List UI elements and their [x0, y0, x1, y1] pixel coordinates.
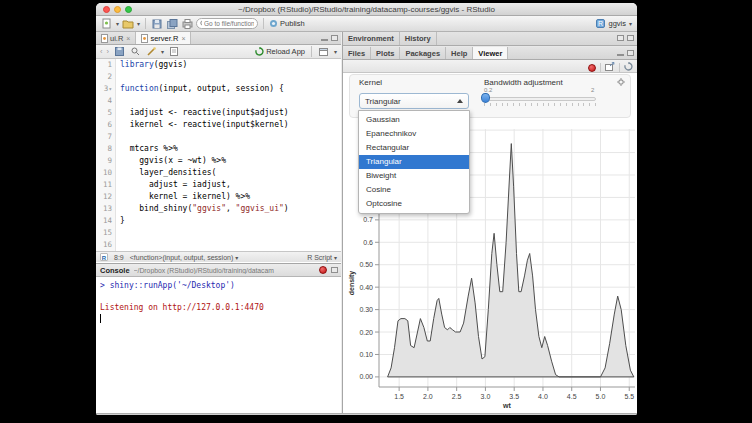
new-file-button[interactable] [101, 18, 113, 30]
find-icon[interactable] [129, 46, 141, 58]
source-console-column: ui.R×server.R× ‹ › ▾ [96, 32, 341, 413]
tab-history[interactable]: History [400, 32, 437, 45]
line-number: 14 [96, 215, 116, 227]
y-tick-label: 0.00 [359, 373, 373, 380]
tab-plots[interactable]: Plots [371, 47, 400, 59]
code-line: 8 mtcars %>% [96, 143, 341, 155]
code-text: adjust = iadjust, [116, 179, 231, 191]
viewer-pane: FilesPlotsPackagesHelpViewer [343, 47, 637, 413]
svg-text:R: R [598, 20, 603, 27]
code-tools-wand-icon[interactable] [145, 46, 157, 58]
source-menu-icon[interactable] [318, 46, 330, 58]
code-editor[interactable]: 1library(ggvis)23▾function(input, output… [96, 59, 341, 251]
refresh-icon[interactable] [624, 62, 633, 73]
line-number: 16 [96, 239, 116, 251]
code-text: } [116, 215, 125, 227]
kernel-option-cosine[interactable]: Cosine [359, 183, 469, 197]
code-line: 5 iadjust <- reactive(input$adjust) [96, 107, 341, 119]
console-working-directory: ~/Dropbox (RStudio)/RStudio/training/dat… [134, 267, 274, 274]
open-file-caret-icon[interactable]: ▾ [137, 21, 140, 27]
bandwidth-slider-track[interactable] [484, 97, 596, 101]
save-all-button[interactable] [166, 18, 178, 30]
kernel-select[interactable]: Triangular [359, 93, 469, 109]
goto-file-input[interactable] [204, 20, 254, 27]
publish-button[interactable]: Publish [269, 19, 305, 28]
slider-ticks [484, 103, 596, 107]
file-icon [101, 34, 108, 43]
code-text: library(ggvis) [116, 59, 187, 71]
stop-app-icon[interactable] [588, 64, 596, 72]
compile-report-icon[interactable] [168, 46, 180, 58]
back-icon[interactable]: ‹ [100, 47, 103, 56]
tab-packages[interactable]: Packages [400, 47, 446, 59]
line-number: 12 [96, 191, 116, 203]
x-tick-label: 5.0 [596, 393, 606, 400]
reload-app-button[interactable]: Reload App [255, 47, 305, 56]
code-text: mtcars %>% [116, 143, 178, 155]
line-number: 1 [96, 59, 116, 71]
source-toolbar: ‹ › ▾ Reload App [96, 45, 341, 59]
kernel-option-triangular[interactable]: Triangular [359, 155, 469, 169]
tab-server.R[interactable]: server.R× [136, 32, 191, 44]
code-text: iadjust <- reactive(input$adjust) [116, 107, 289, 119]
maximize-pane-icon[interactable] [331, 35, 338, 41]
kernel-option-gaussian[interactable]: Gaussian [359, 113, 469, 127]
source-menu-caret-icon[interactable]: ▾ [334, 49, 337, 55]
rstudio-window: ~/Dropbox (RStudio)/RStudio/training/dat… [96, 3, 637, 415]
kernel-option-biweight[interactable]: Biweight [359, 169, 469, 183]
maximize-env-pane-icon[interactable] [627, 35, 634, 41]
project-menu-button[interactable]: R ggvis ▾ [596, 19, 632, 28]
tab-ui.R[interactable]: ui.R× [96, 32, 136, 44]
scope-selector[interactable]: <function>(input, output, session) ▾ [130, 254, 238, 261]
kernel-label: Kernel [359, 78, 382, 87]
project-label: ggvis [608, 19, 626, 28]
tab-environment[interactable]: Environment [343, 32, 400, 45]
console-output[interactable]: > shiny::runApp('~/Desktop') Listening o… [96, 277, 341, 326]
maximize-console-icon[interactable] [331, 267, 338, 273]
open-file-button[interactable] [122, 18, 134, 30]
environment-history-tab-bar: EnvironmentHistory [343, 32, 637, 46]
close-tab-icon[interactable]: × [181, 35, 185, 42]
code-text: function(input, output, session) { [116, 83, 284, 95]
print-button[interactable] [181, 18, 193, 30]
code-line: 9 ggvis(x = ~wt) %>% [96, 155, 341, 167]
console-cursor [100, 314, 101, 323]
tab-help[interactable]: Help [446, 47, 473, 59]
gear-icon[interactable] [617, 78, 625, 88]
bandwidth-slider-handle[interactable] [481, 93, 490, 103]
tab-viewer[interactable]: Viewer [473, 47, 508, 59]
project-icon: R [596, 19, 605, 28]
x-tick-label: 3.0 [481, 393, 491, 400]
save-source-button[interactable] [113, 46, 125, 58]
goto-file-search[interactable] [196, 18, 258, 29]
kernel-option-rectangular[interactable]: Rectangular [359, 141, 469, 155]
cursor-position: 8:9 [114, 254, 124, 261]
save-button[interactable] [151, 18, 163, 30]
line-number: 7 [96, 131, 116, 143]
new-file-caret-icon[interactable]: ▾ [116, 21, 119, 27]
code-line: 1library(ggvis) [96, 59, 341, 71]
minimize-viewer-icon[interactable] [617, 54, 624, 56]
kernel-option-epanechnikov[interactable]: Epanechnikov [359, 127, 469, 141]
x-tick-label: 3.5 [509, 393, 519, 400]
forward-icon[interactable]: › [107, 47, 110, 56]
source-status-bar: R 8:9 <function>(input, output, session)… [96, 251, 341, 262]
tab-files[interactable]: Files [343, 47, 371, 59]
reload-icon [255, 47, 264, 56]
stop-icon[interactable] [319, 266, 327, 274]
code-line: 16 [96, 239, 341, 251]
y-axis-title: density [348, 271, 356, 296]
console-header[interactable]: Console ~/Dropbox (RStudio)/RStudio/trai… [96, 264, 341, 277]
code-text: kernel = ikernel) %>% [116, 191, 250, 203]
kernel-option-optcosine[interactable]: Optcosine [359, 197, 469, 211]
line-number: 10 [96, 167, 116, 179]
code-line: 13 bind_shiny("ggvis", "ggvis_ui") [96, 203, 341, 215]
open-in-new-window-icon[interactable] [605, 62, 615, 73]
restore-pane-icon[interactable] [617, 35, 624, 41]
right-column: EnvironmentHistory FilesPlotsPackagesHel… [342, 32, 637, 413]
maximize-viewer-icon[interactable] [627, 50, 634, 56]
close-tab-icon[interactable]: × [126, 35, 130, 42]
minimize-pane-icon[interactable] [321, 39, 328, 41]
file-type-selector[interactable]: R Script ▾ [307, 254, 337, 261]
code-tools-caret-icon[interactable]: ▾ [161, 49, 164, 55]
